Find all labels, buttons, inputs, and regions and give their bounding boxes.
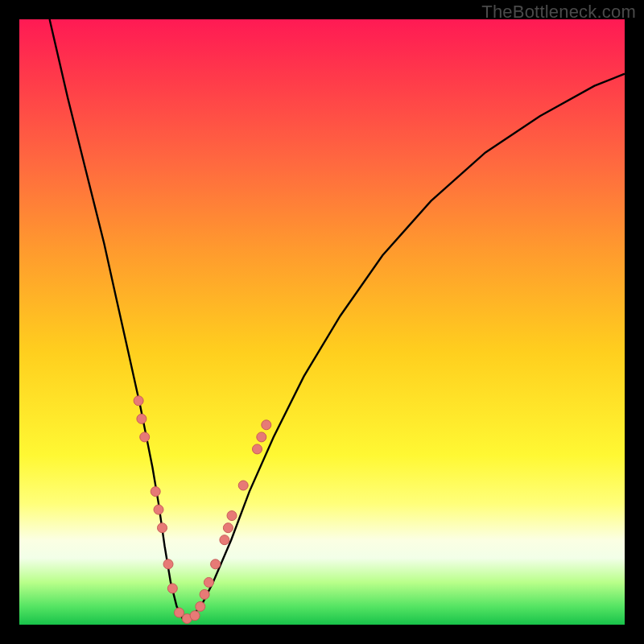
curve-group (50, 19, 625, 619)
data-marker (220, 535, 229, 545)
marker-group (134, 396, 271, 624)
chart-frame: TheBottleneck.com (0, 0, 644, 644)
data-marker (253, 444, 262, 454)
bottleneck-curve-path (50, 19, 625, 619)
bottleneck-curve (19, 19, 625, 625)
data-marker (223, 523, 233, 533)
data-marker (238, 481, 248, 490)
data-marker (204, 577, 213, 587)
data-marker (163, 559, 173, 569)
data-marker (151, 487, 160, 497)
data-marker (134, 396, 143, 406)
data-marker (227, 511, 237, 521)
data-marker (154, 505, 163, 514)
plot-area (19, 19, 625, 625)
data-marker (200, 589, 209, 599)
watermark-text: TheBottleneck.com (481, 2, 636, 23)
data-marker (262, 420, 271, 430)
data-marker (257, 432, 266, 442)
data-marker (167, 584, 177, 593)
data-marker (137, 414, 147, 423)
data-marker (196, 601, 205, 611)
data-marker (140, 432, 150, 442)
data-marker (190, 611, 200, 621)
data-marker (211, 559, 221, 569)
data-marker (158, 523, 167, 533)
